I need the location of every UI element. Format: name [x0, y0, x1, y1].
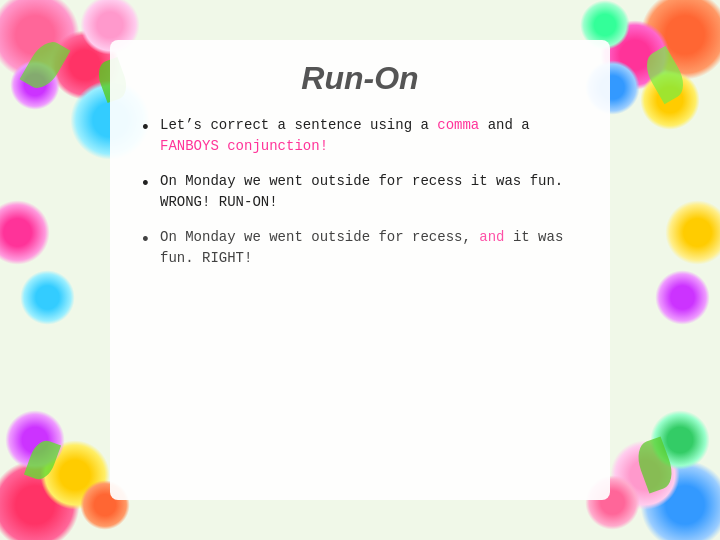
bullet1-highlight1: comma [437, 117, 479, 133]
content-card: Run-On Let’s correct a sentence using a … [110, 40, 610, 500]
flower-decor [655, 270, 710, 325]
bullet3-highlight: and [479, 229, 504, 245]
bullet2-text: On Monday we went outside for recess it … [160, 173, 563, 210]
list-item: On Monday we went outside for recess, an… [140, 227, 580, 269]
bullet1-highlight2: FANBOYS conjunction! [160, 138, 328, 154]
bullet1-text-before: Let’s correct a sentence using a [160, 117, 437, 133]
flower-decor [0, 200, 50, 265]
list-item: Let’s correct a sentence using a comma a… [140, 115, 580, 157]
flower-decor [665, 200, 720, 265]
flower-decor [20, 270, 75, 325]
bullet1-text-middle: and a [479, 117, 529, 133]
list-item: On Monday we went outside for recess it … [140, 171, 580, 213]
bullet-list: Let’s correct a sentence using a comma a… [140, 115, 580, 269]
page-title: Run-On [140, 60, 580, 97]
bullet3-text-before: On Monday we went outside for recess, [160, 229, 479, 245]
